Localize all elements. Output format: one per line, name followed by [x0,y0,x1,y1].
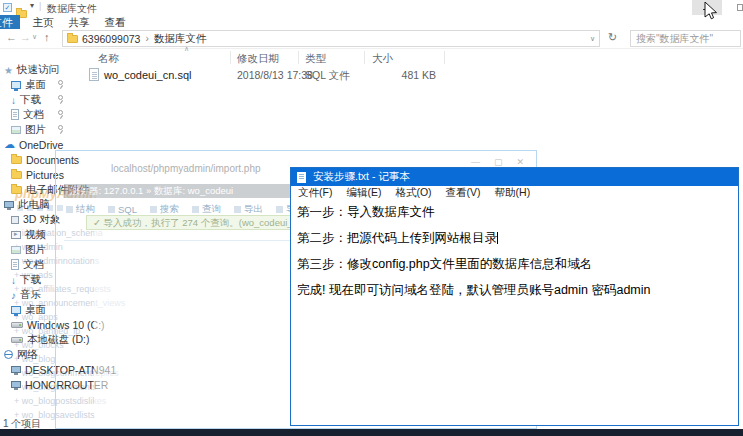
breadcrumb-current[interactable]: 数据库文件 [154,32,207,46]
sidebar-item-label: 下载 [20,273,41,287]
browser-close-icon[interactable]: ✕ [516,157,524,167]
browser-window-controls: — ▢ ✕ [471,157,524,167]
folder-icon [11,171,22,179]
download-icon [11,94,16,106]
properties-icon[interactable]: ✓ [3,3,12,12]
sql-file-icon [89,68,99,81]
pic-icon [11,126,21,134]
browser-url[interactable]: localhost/phpmyadmin/import.php [111,163,261,174]
sidebar-item-label: 快速访问 [17,63,59,77]
folder-icon [11,186,22,194]
video-icon [11,231,21,239]
menu-file[interactable]: 文件(F) [291,186,339,200]
file-row[interactable]: wo_codeui_cn.sql 2018/8/13 17:38 SQL 文件 … [0,68,743,83]
network-icon [4,350,13,359]
phpmyadmin-tab[interactable]: 查询 [192,202,221,216]
notepad-line: 第三步：修改config.php文件里面的数据库信息和域名 [297,258,738,271]
sidebar-item-label: OneDrive [19,139,63,151]
menu-format[interactable]: 格式(O) [388,186,438,200]
menu-help[interactable]: 帮助(H) [488,186,538,200]
text-caret [497,232,498,244]
phpmyadmin-tab[interactable]: 搜索 [150,202,179,216]
notepad-line: 完成! 现在即可访问域名登陆，默认管理员账号admin 密码admin [297,284,738,297]
sidebar-item-1[interactable]: 桌面 [0,77,90,92]
file-name[interactable]: wo_codeui_cn.sql [104,69,191,81]
column-size[interactable]: 大小 [372,52,393,66]
pc-icon [11,366,21,373]
maximize-button[interactable] [737,4,743,11]
sidebar-item-4[interactable]: 图片 [0,122,90,137]
tab-icon [108,206,115,213]
pc-icon [11,381,21,388]
browser-minimize-icon[interactable]: — [471,157,480,167]
address-bar-row: ← → ∨ ↑ 6396099073 › 数据库文件 ∨ ↻ 搜索"数据库文件" [0,29,743,49]
sidebar-item-0[interactable]: 快速访问 [0,62,90,77]
back-icon[interactable]: ← [6,31,17,43]
doc-icon [11,109,19,120]
up-icon[interactable]: ↑ [44,31,50,43]
tab-home[interactable]: 主页 [26,15,60,29]
pin-icon [58,125,63,130]
taskbar[interactable] [0,429,743,436]
sidebar-item-label: 文档 [23,108,44,122]
menu-view[interactable]: 查看(V) [439,186,488,200]
tab-icon [234,206,241,213]
star-icon [4,64,13,76]
sidebar-item-2[interactable]: 下载 [0,92,90,107]
tab-share[interactable]: 共享 [62,15,96,29]
pc-icon [4,201,14,208]
menu-edit[interactable]: 编辑(E) [339,186,388,200]
box-icon [11,216,19,224]
search-input[interactable]: 搜索"数据库文件" [630,30,741,47]
mouse-cursor [704,2,718,21]
browser-maximize-icon[interactable]: ▢ [494,157,503,167]
pin-icon [58,110,63,115]
download-icon [11,274,16,286]
chevron-down-icon[interactable]: ▾ [30,1,34,10]
drive-icon [11,322,23,328]
sidebar-item-3[interactable]: 文档 [0,107,90,122]
folder-icon [11,156,22,164]
tab-icon [66,206,73,213]
window-title: 数据库文件 [47,2,97,16]
music-icon [11,289,16,301]
file-type: SQL 文件 [305,69,350,83]
monitor-icon [11,81,21,89]
breadcrumb-separator: › [145,33,148,44]
phpmyadmin-tab[interactable]: 结构 [66,202,95,216]
sidebar-item-label: 桌面 [25,303,46,317]
sidebar-item-label: 音乐 [20,288,41,302]
explorer-titlebar[interactable]: ✓ ▾ | 数据库文件 [0,0,743,15]
notepad-text-area[interactable]: 第一步：导入数据库文件第二步：把源代码上传到网站根目录第三步：修改config.… [291,200,738,425]
phpmyadmin-tab[interactable]: SQL [108,202,137,216]
column-headers: 名称 ∧ 修改日期 类型 大小 [0,50,743,66]
desktop: ✓ ▾ | 数据库文件 文件 主页 共享 查看 ← → ∨ ↑ 63960990… [0,0,743,436]
sidebar-item-label: 视频 [25,228,46,242]
column-name[interactable]: 名称 [98,52,119,66]
ribbon-tabs: 文件 主页 共享 查看 [0,15,743,29]
tab-file[interactable]: 文件 [0,15,20,29]
history-chevron-icon[interactable]: ∨ [32,33,37,41]
tab-icon [276,206,283,213]
sidebar-item-label: 桌面 [25,78,46,92]
sidebar-item-label: 网络 [17,348,38,362]
sidebar-item-label: 下载 [20,93,41,107]
file-size: 481 KB [370,69,436,81]
column-type[interactable]: 类型 [305,52,326,66]
folder-icon [67,35,78,43]
address-bar[interactable]: 6396099073 › 数据库文件 ∨ [62,30,600,47]
breadcrumb-root[interactable]: 6396099073 [82,33,140,45]
notepad-line: 第一步：导入数据库文件 [297,206,738,219]
forward-icon[interactable]: → [20,31,31,43]
refresh-icon[interactable]: ↻ [608,31,617,44]
notepad-window: 安装步骤.txt - 记事本 文件(F) 编辑(E) 格式(O) 查看(V) 帮… [290,167,739,426]
address-dropdown-icon[interactable]: ∨ [590,35,595,43]
notepad-title: 安装步骤.txt - 记事本 [313,170,410,184]
cloud-icon [4,138,15,151]
phpmyadmin-tab[interactable]: 导出 [234,202,263,216]
tab-view[interactable]: 查看 [98,15,132,29]
column-modified[interactable]: 修改日期 [237,52,279,66]
drive-icon [11,337,23,343]
notepad-titlebar[interactable]: 安装步骤.txt - 记事本 [291,168,738,186]
pin-icon [58,95,63,100]
